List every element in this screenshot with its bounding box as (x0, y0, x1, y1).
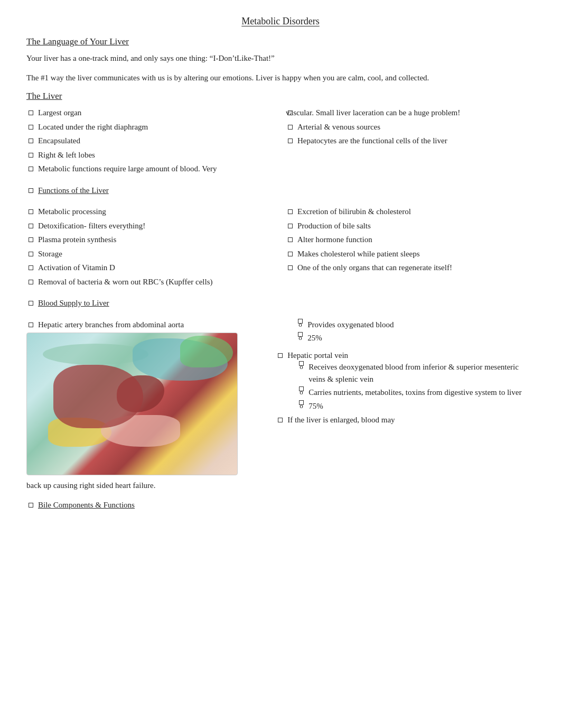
sub-list-item: Carries nutrients, metabolites, toxins f… (298, 386, 535, 399)
enlarged-note-text: If the liver is enlarged, blood may (287, 416, 395, 424)
para1-text: Your liver has a one-track mind, and onl… (26, 52, 535, 64)
liver-right-list: vascular. Small liver laceration can be … (286, 107, 535, 147)
list-item: Metabolic processing (26, 206, 270, 218)
hepatic-artery-label: Hepatic artery branches from abdominal a… (38, 320, 184, 329)
list-item: Largest organ (26, 107, 270, 119)
blood-supply-header-item: Blood Supply to Liver (26, 297, 535, 315)
blood-supply-header-list: Blood Supply to Liver (26, 297, 535, 315)
list-item: Removal of bacteria & worn out RBC’s (Ku… (26, 276, 270, 288)
enlarged-note-item: If the liver is enlarged, blood may (276, 414, 535, 426)
list-item: Production of bile salts (286, 220, 535, 232)
list-item: Hepatocytes are the functional cells of … (286, 135, 535, 147)
list-item: Storage (26, 248, 270, 260)
list-item: Excretion of bilirubin & cholesterol (286, 206, 535, 218)
liver-left-list: Largest organ Located under the right di… (26, 107, 270, 175)
hepatic-portal-sub: Receives deoxygenated blood from inferio… (298, 361, 535, 412)
functions-title-item: Functions of the Liver (26, 185, 535, 202)
liver-section-title: The Liver (26, 91, 62, 102)
list-item: Encapsulated (26, 135, 270, 147)
functions-columns: Metabolic processing Detoxification- fil… (26, 206, 535, 290)
language-title: The Language of Your Liver (26, 36, 129, 47)
hepatic-portal-list: Hepatic portal vein Receives deoxygenate… (276, 349, 535, 426)
list-item: Located under the right diaphragm (26, 121, 270, 133)
liver-col-right: vascular. Small liver laceration can be … (280, 107, 535, 177)
functions-col-left: Metabolic processing Detoxification- fil… (26, 206, 280, 290)
blood-content: Hepatic artery branches from abdominal a… (26, 319, 535, 519)
list-item: Activation of Vitamin D (26, 262, 270, 274)
list-item: One of the only organs that can regenera… (286, 262, 535, 274)
functions-title-list: Functions of the Liver (26, 185, 535, 202)
language-section: The Language of Your Liver Your liver ha… (26, 36, 535, 84)
bile-list: Bile Components & Functions (26, 499, 265, 517)
functions-header: Functions of the Liver (26, 185, 535, 202)
list-item: vascular. Small liver laceration can be … (286, 107, 535, 119)
blood-supply-section: Blood Supply to Liver Hepatic artery bra… (26, 297, 535, 518)
sub-list-item: 25% (297, 332, 535, 344)
liver-green-region (180, 336, 233, 367)
list-item: Right & left lobes (26, 149, 270, 161)
liver-section: The Liver Largest organ Located under th… (26, 91, 535, 177)
liver-pink-region (101, 415, 180, 447)
blood-right: Provides oxygenated blood 25% Hepatic po… (276, 319, 535, 519)
bile-item: Bile Components & Functions (26, 499, 265, 517)
blood-left: Hepatic artery branches from abdominal a… (26, 319, 265, 519)
functions-col-right: Excretion of bilirubin & cholesterol Pro… (280, 206, 535, 290)
functions-title: Functions of the Liver (38, 185, 109, 197)
list-item: Metabolic functions require large amount… (26, 163, 270, 175)
blood-supply-title: Blood Supply to Liver (38, 297, 109, 309)
caption-text: back up causing right sided heart failur… (26, 480, 265, 492)
page-header: Metabolic Disorders (26, 16, 535, 27)
bile-section: Bile Components & Functions (26, 499, 265, 517)
liver-dark-region (117, 375, 164, 412)
hepatic-artery-sub-list: Provides oxygenated blood 25% (297, 319, 535, 344)
list-item: Alter hormone function (286, 234, 535, 246)
functions-section: Functions of the Liver Metabolic process… (26, 185, 535, 290)
hepatic-artery-item: Hepatic artery branches from abdominal a… (26, 319, 265, 331)
liver-columns: Largest organ Located under the right di… (26, 107, 535, 177)
page-title: Metabolic Disorders (26, 16, 535, 27)
para2-text: The #1 way the liver communicates with u… (26, 72, 535, 84)
liver-image (26, 333, 238, 475)
sub-list-item: 75% (298, 400, 535, 412)
list-item: Detoxification- filters everything! (26, 220, 270, 232)
functions-left-list: Metabolic processing Detoxification- fil… (26, 206, 270, 288)
liver-col-left: Largest organ Located under the right di… (26, 107, 280, 177)
sub-list-item: Provides oxygenated blood (297, 319, 535, 331)
hepatic-artery-list: Hepatic artery branches from abdominal a… (26, 319, 265, 331)
hepatic-portal-item: Hepatic portal vein Receives deoxygenate… (276, 349, 535, 412)
list-item: Plasma protein synthesis (26, 234, 270, 246)
sub-list-item: Receives deoxygenated blood from inferio… (298, 361, 535, 385)
bile-title: Bile Components & Functions (38, 499, 135, 511)
hepatic-portal-label: Hepatic portal vein (287, 351, 348, 360)
list-item: Arterial & venous sources (286, 121, 535, 133)
list-item: Makes cholesterol while patient sleeps (286, 248, 535, 260)
functions-right-list: Excretion of bilirubin & cholesterol Pro… (286, 206, 535, 274)
